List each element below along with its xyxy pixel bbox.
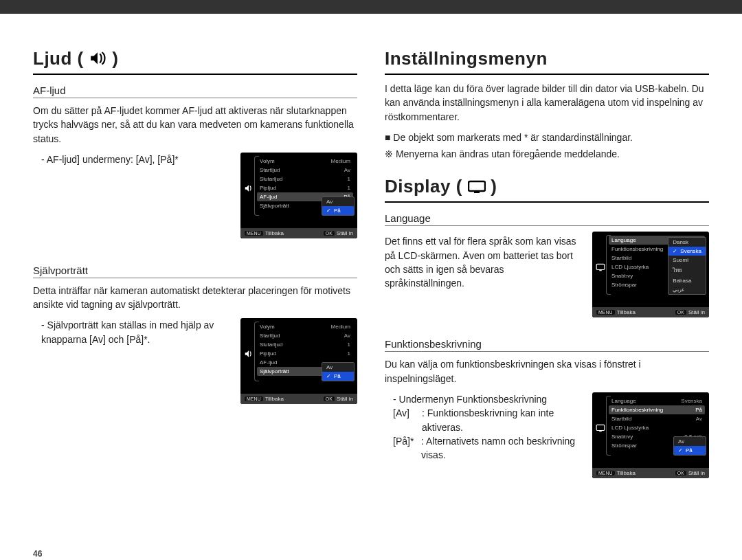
svg-rect-0 [469,181,485,191]
paragraph: Du kan välja om funktionsbeskrivningen s… [385,357,709,385]
note-default: ■ De objekt som markerats med * är stand… [385,131,709,144]
title-text: Display ( [385,176,462,197]
section-title-sound: Ljud ( ) [33,48,357,75]
camera-lcd-selfportrait: VolymMediumStartljudAvSlutarljud1Pipljud… [240,318,357,404]
svg-rect-4 [596,425,605,430]
display-icon [468,177,486,191]
svg-rect-2 [596,265,605,270]
option-text: : Funktionsbeskrivning kan inte aktivera… [422,406,583,434]
svg-rect-1 [474,192,480,193]
submenu-title: - Undermenyn Funktionsbeskrivning [393,392,583,406]
paragraph: I detta läge kan du föra över lagrade bi… [385,82,709,124]
subheading-af-sound: AF-ljud [33,85,357,98]
title-text: ) [491,176,497,197]
title-text: Ljud ( [33,48,84,69]
submenu-text: - Självporträtt kan ställas in med hjälp… [33,318,231,346]
svg-rect-5 [599,431,602,432]
title-text: ) [112,48,118,69]
square-bullet-icon: ■ [385,132,393,143]
camera-lcd-language: LanguageSvenskaFunktionsbeskrivningStart… [592,232,709,317]
paragraph: Det finns ett val för flera språk som ka… [385,234,583,290]
camera-lcd-af: VolymMediumStartljudAvSlutarljud1Pipljud… [240,153,357,238]
paragraph: Om du sätter på AF-ljudet kommer AF-ljud… [33,104,357,146]
note-change: ※ Menyerna kan ändras utan föregående me… [385,147,709,161]
reference-mark-icon: ※ [385,148,396,159]
right-column: Inställningsmenyn I detta läge kan du fö… [371,48,709,553]
page-number: 46 [33,549,42,559]
manual-page: Ljud ( ) AF-ljud Om du sätter på AF-ljud… [0,14,742,560]
camera-lcd-funcdesc: LanguageSvenskaFunktionsbeskrivningPåSta… [592,392,709,478]
left-column: Ljud ( ) AF-ljud Om du sätter på AF-ljud… [33,48,371,553]
submenu-text: - AF-ljud] undermeny: [Av], [På]* [33,153,231,166]
svg-rect-3 [599,271,602,271]
subheading-language: Language [385,212,709,226]
section-title-settings: Inställningsmenyn [385,48,709,75]
option-text: : Alternativets namn och beskrivning vis… [421,434,583,462]
option-key: [På]* [393,434,421,462]
section-title-display: Display ( ) [385,176,709,203]
paragraph: Detta inträffar när kameran automatiskt … [33,284,357,312]
subheading-selfportrait: Självporträtt [33,265,357,278]
subheading-funcdesc: Funktionsbeskrivning [385,338,709,352]
option-key: [Av] [393,406,422,434]
funcdesc-options: - Undermenyn Funktionsbeskrivning [Av] :… [385,392,583,462]
sound-icon [89,49,107,63]
